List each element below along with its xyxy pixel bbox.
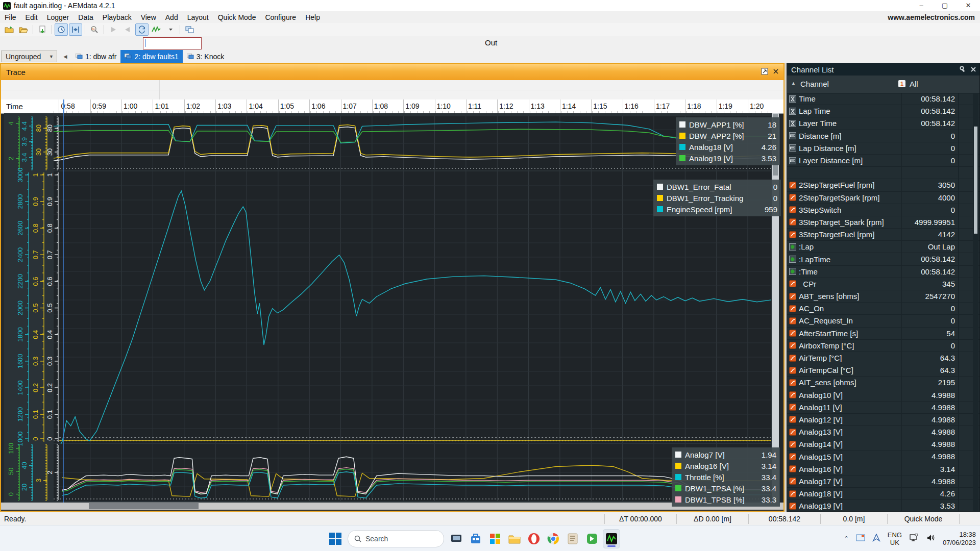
- channel-list-scrollbar[interactable]: [973, 93, 978, 511]
- minimize-icon[interactable]: –: [910, 0, 933, 11]
- aemdata-icon[interactable]: [603, 529, 620, 548]
- menu-layout[interactable]: Layout: [183, 12, 213, 22]
- store-icon[interactable]: [467, 529, 484, 548]
- close-icon[interactable]: [772, 68, 779, 77]
- channel-row[interactable]: 3StepTargetFuel [rpm]4142: [787, 229, 979, 241]
- aem-website-link[interactable]: www.aemelectronics.com: [888, 13, 975, 21]
- channel-row[interactable]: Distance [m]0: [787, 130, 979, 142]
- task-view-icon[interactable]: [448, 529, 465, 548]
- channel-row[interactable]: AirboxTemp [°C]0: [787, 340, 979, 352]
- engine-chart-legend[interactable]: DBW1_Error_Fatal0DBW1_Error_Tracking0Eng…: [653, 180, 781, 216]
- group-selector[interactable]: Ungrouped ▼: [1, 51, 57, 62]
- menu-file[interactable]: File: [0, 12, 21, 22]
- maximize-icon[interactable]: ▢: [933, 0, 957, 11]
- filter-column-header[interactable]: All: [910, 80, 918, 88]
- layout-windows-icon[interactable]: [183, 23, 196, 36]
- menu-data[interactable]: Data: [74, 12, 98, 22]
- notes-icon[interactable]: [564, 529, 581, 548]
- pedal-chart-legend[interactable]: DBW_APP1 [%]18DBW_APP2 [%]21Analog18 [V]…: [676, 117, 780, 165]
- taskbar-search[interactable]: Search: [348, 530, 444, 547]
- start-button[interactable]: [327, 529, 344, 548]
- find-icon[interactable]: fx: [88, 23, 101, 36]
- channel-row[interactable]: _CPr345: [787, 278, 979, 290]
- time-cursor-icon[interactable]: [55, 23, 68, 36]
- channel-row[interactable]: AirTempCal [°C]64.3: [787, 364, 979, 377]
- channel-row[interactable]: :Time00:58.142: [787, 266, 979, 278]
- channel-row[interactable]: Time00:58.142: [787, 93, 979, 105]
- repeat-icon[interactable]: [135, 23, 149, 36]
- channel-row[interactable]: 3StepTarget_Spark [rpm]4999.99951: [787, 216, 979, 229]
- menu-view[interactable]: View: [136, 12, 161, 22]
- sort-ascending-icon[interactable]: ▲: [791, 81, 796, 86]
- scrollbar-thumb[interactable]: [89, 503, 199, 509]
- scrollbar-thumb[interactable]: [974, 127, 977, 234]
- reverse-icon[interactable]: [121, 23, 134, 36]
- channel-row[interactable]: AIT_sens [ohms]2195: [787, 377, 979, 389]
- channel-row[interactable]: AC_On0: [787, 303, 979, 315]
- channel-row[interactable]: Analog13 [V]4.9988: [787, 426, 979, 438]
- channel-row[interactable]: Analog17 [V]4.9988: [787, 475, 979, 488]
- tray-volume-icon[interactable]: [926, 534, 936, 543]
- channel-row[interactable]: Analog14 [V]4.9988: [787, 438, 979, 450]
- close-icon[interactable]: ✕: [957, 0, 980, 11]
- throttle-chart-legend[interactable]: Analog7 [V]1.94Analog16 [V]3.14Throttle …: [672, 447, 780, 507]
- channel-row[interactable]: ABT_sens [ohms]2547270: [787, 290, 979, 303]
- menu-playback[interactable]: Playback: [98, 12, 136, 22]
- channel-list-titlebar[interactable]: Channel List: [787, 63, 979, 76]
- open-log-icon[interactable]: [17, 23, 30, 36]
- tray-network-icon[interactable]: [909, 534, 919, 543]
- channel-row[interactable]: :LapOut Lap: [787, 241, 979, 253]
- menu-add[interactable]: Add: [161, 12, 183, 22]
- edit-field[interactable]: [143, 37, 202, 49]
- channel-row[interactable]: 2StepTargetFuel [rpm]3050: [787, 179, 979, 191]
- tab-2-dbw-faults1[interactable]: 2: dbw faults1: [120, 50, 182, 63]
- channel-row[interactable]: AfterStartTime [s]54: [787, 328, 979, 340]
- channel-row[interactable]: Analog15 [V]4.9988: [787, 450, 979, 463]
- trace-vertical-scrollbar[interactable]: [772, 113, 779, 503]
- channel-row[interactable]: Layer Time00:58.142: [787, 117, 979, 130]
- popout-icon[interactable]: [761, 68, 768, 77]
- chrome-icon[interactable]: [545, 529, 562, 548]
- menu-edit[interactable]: Edit: [21, 12, 42, 22]
- tab-1-dbw-afr[interactable]: 1: dbw afr: [71, 50, 120, 63]
- menu-quick-mode[interactable]: Quick Mode: [213, 12, 261, 22]
- tray-chevron-up-icon[interactable]: ⌃: [844, 535, 849, 542]
- channel-row[interactable]: Analog16 [V]3.14: [787, 463, 979, 475]
- trace-plot-area[interactable]: 424.43.93.480308030300028002600240022002…: [4, 113, 779, 503]
- colorful-app-icon[interactable]: [486, 529, 504, 548]
- channel-row[interactable]: AirTemp [°C]64.3: [787, 352, 979, 364]
- close-icon[interactable]: [970, 65, 976, 74]
- channel-row[interactable]: Analog12 [V]4.9988: [787, 414, 979, 426]
- trace-titlebar[interactable]: Trace: [1, 64, 783, 81]
- channel-row[interactable]: Lap Time00:58.142: [787, 105, 979, 117]
- time-axis[interactable]: Time 0:580:591:001:011:021:031:041:051:0…: [1, 99, 783, 114]
- opera-icon[interactable]: [525, 529, 543, 548]
- tab-3-knock[interactable]: 3: Knock: [183, 50, 228, 63]
- settings-wrench-icon[interactable]: [960, 65, 966, 74]
- dropdown-caret[interactable]: [164, 23, 177, 36]
- channel-row[interactable]: Analog19 [V]3.53: [787, 500, 979, 511]
- bluestacks-icon[interactable]: [583, 529, 601, 548]
- channel-column-header[interactable]: Channel: [800, 80, 829, 88]
- channel-row[interactable]: Analog10 [V]4.9988: [787, 389, 979, 402]
- tab-scroll-left-icon[interactable]: ◄: [62, 53, 68, 60]
- tray-mail-icon[interactable]: [856, 534, 865, 543]
- channel-row[interactable]: :LapTime00:58.142: [787, 253, 979, 265]
- play-icon[interactable]: [107, 23, 120, 36]
- menu-configure[interactable]: Configure: [260, 12, 301, 22]
- menu-help[interactable]: Help: [301, 12, 325, 22]
- channel-list-header[interactable]: ▲ Channel 1 All: [787, 76, 979, 93]
- file-explorer-icon[interactable]: [506, 529, 523, 548]
- tray-language[interactable]: ENGUK: [888, 531, 902, 546]
- channel-row[interactable]: Analog11 [V]4.9988: [787, 402, 979, 414]
- tray-location-icon[interactable]: [872, 534, 880, 543]
- export-log-icon[interactable]: [36, 23, 49, 36]
- marker-icon[interactable]: [69, 23, 82, 36]
- menu-logger[interactable]: Logger: [42, 12, 74, 22]
- trace-horizontal-scrollbar[interactable]: [1, 503, 783, 510]
- new-log-icon[interactable]: [3, 23, 16, 36]
- channel-row[interactable]: Layer Distance [m]0: [787, 155, 979, 167]
- channel-row[interactable]: Lap Distance [m]0: [787, 142, 979, 155]
- channel-row[interactable]: Analog18 [V]4.26: [787, 488, 979, 500]
- zoom-extents-icon[interactable]: [150, 23, 163, 36]
